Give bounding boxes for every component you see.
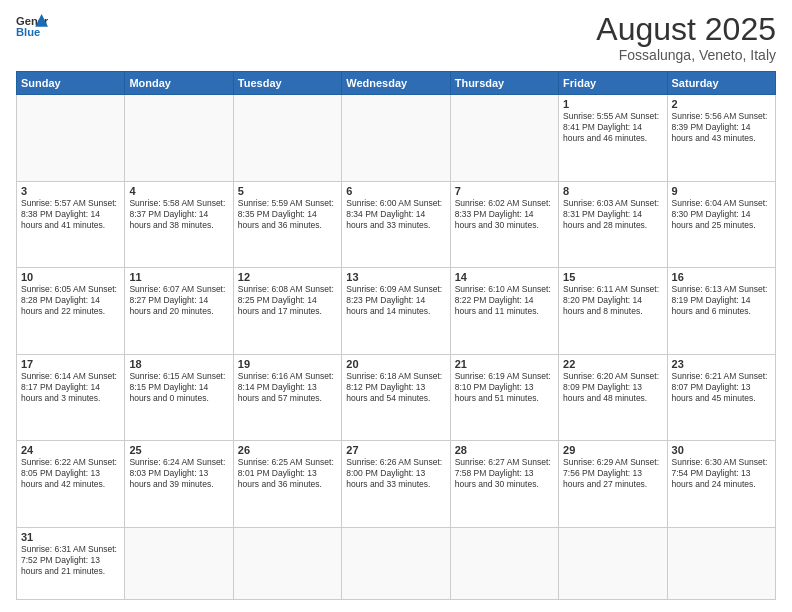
table-row: 25Sunrise: 6:24 AM Sunset: 8:03 PM Dayli…: [125, 441, 233, 528]
day-number: 5: [238, 185, 337, 197]
day-info: Sunrise: 5:57 AM Sunset: 8:38 PM Dayligh…: [21, 198, 120, 231]
location-title: Fossalunga, Veneto, Italy: [596, 47, 776, 63]
day-info: Sunrise: 6:04 AM Sunset: 8:30 PM Dayligh…: [672, 198, 771, 231]
day-number: 26: [238, 444, 337, 456]
table-row: 2Sunrise: 5:56 AM Sunset: 8:39 PM Daylig…: [667, 95, 775, 182]
header-sunday: Sunday: [17, 72, 125, 95]
header-tuesday: Tuesday: [233, 72, 341, 95]
day-info: Sunrise: 6:14 AM Sunset: 8:17 PM Dayligh…: [21, 371, 120, 404]
day-number: 12: [238, 271, 337, 283]
day-number: 1: [563, 98, 662, 110]
table-row: 16Sunrise: 6:13 AM Sunset: 8:19 PM Dayli…: [667, 268, 775, 355]
logo-icon: General Blue: [16, 12, 48, 40]
day-number: 22: [563, 358, 662, 370]
table-row: [559, 527, 667, 599]
calendar: Sunday Monday Tuesday Wednesday Thursday…: [16, 71, 776, 600]
table-row: 9Sunrise: 6:04 AM Sunset: 8:30 PM Daylig…: [667, 181, 775, 268]
header-wednesday: Wednesday: [342, 72, 450, 95]
day-info: Sunrise: 6:11 AM Sunset: 8:20 PM Dayligh…: [563, 284, 662, 317]
day-number: 27: [346, 444, 445, 456]
month-title: August 2025: [596, 12, 776, 47]
day-info: Sunrise: 6:02 AM Sunset: 8:33 PM Dayligh…: [455, 198, 554, 231]
table-row: 30Sunrise: 6:30 AM Sunset: 7:54 PM Dayli…: [667, 441, 775, 528]
title-block: August 2025 Fossalunga, Veneto, Italy: [596, 12, 776, 63]
day-number: 11: [129, 271, 228, 283]
day-info: Sunrise: 6:29 AM Sunset: 7:56 PM Dayligh…: [563, 457, 662, 490]
day-info: Sunrise: 6:22 AM Sunset: 8:05 PM Dayligh…: [21, 457, 120, 490]
day-info: Sunrise: 6:21 AM Sunset: 8:07 PM Dayligh…: [672, 371, 771, 404]
day-info: Sunrise: 5:59 AM Sunset: 8:35 PM Dayligh…: [238, 198, 337, 231]
day-info: Sunrise: 6:07 AM Sunset: 8:27 PM Dayligh…: [129, 284, 228, 317]
day-number: 7: [455, 185, 554, 197]
day-info: Sunrise: 6:00 AM Sunset: 8:34 PM Dayligh…: [346, 198, 445, 231]
table-row: 19Sunrise: 6:16 AM Sunset: 8:14 PM Dayli…: [233, 354, 341, 441]
table-row: 3Sunrise: 5:57 AM Sunset: 8:38 PM Daylig…: [17, 181, 125, 268]
day-info: Sunrise: 6:08 AM Sunset: 8:25 PM Dayligh…: [238, 284, 337, 317]
day-info: Sunrise: 6:26 AM Sunset: 8:00 PM Dayligh…: [346, 457, 445, 490]
day-number: 31: [21, 531, 120, 543]
day-info: Sunrise: 6:30 AM Sunset: 7:54 PM Dayligh…: [672, 457, 771, 490]
day-number: 28: [455, 444, 554, 456]
day-info: Sunrise: 6:05 AM Sunset: 8:28 PM Dayligh…: [21, 284, 120, 317]
day-number: 24: [21, 444, 120, 456]
table-row: 20Sunrise: 6:18 AM Sunset: 8:12 PM Dayli…: [342, 354, 450, 441]
day-info: Sunrise: 6:03 AM Sunset: 8:31 PM Dayligh…: [563, 198, 662, 231]
day-info: Sunrise: 6:18 AM Sunset: 8:12 PM Dayligh…: [346, 371, 445, 404]
table-row: 14Sunrise: 6:10 AM Sunset: 8:22 PM Dayli…: [450, 268, 558, 355]
day-number: 6: [346, 185, 445, 197]
day-info: Sunrise: 6:20 AM Sunset: 8:09 PM Dayligh…: [563, 371, 662, 404]
day-info: Sunrise: 5:56 AM Sunset: 8:39 PM Dayligh…: [672, 111, 771, 144]
table-row: 15Sunrise: 6:11 AM Sunset: 8:20 PM Dayli…: [559, 268, 667, 355]
table-row: [233, 527, 341, 599]
day-number: 17: [21, 358, 120, 370]
day-number: 2: [672, 98, 771, 110]
table-row: 28Sunrise: 6:27 AM Sunset: 7:58 PM Dayli…: [450, 441, 558, 528]
table-row: 4Sunrise: 5:58 AM Sunset: 8:37 PM Daylig…: [125, 181, 233, 268]
table-row: 17Sunrise: 6:14 AM Sunset: 8:17 PM Dayli…: [17, 354, 125, 441]
table-row: [17, 95, 125, 182]
day-number: 10: [21, 271, 120, 283]
day-number: 4: [129, 185, 228, 197]
day-info: Sunrise: 6:09 AM Sunset: 8:23 PM Dayligh…: [346, 284, 445, 317]
day-number: 19: [238, 358, 337, 370]
table-row: 24Sunrise: 6:22 AM Sunset: 8:05 PM Dayli…: [17, 441, 125, 528]
svg-text:Blue: Blue: [16, 26, 40, 38]
day-number: 29: [563, 444, 662, 456]
table-row: 7Sunrise: 6:02 AM Sunset: 8:33 PM Daylig…: [450, 181, 558, 268]
day-info: Sunrise: 6:25 AM Sunset: 8:01 PM Dayligh…: [238, 457, 337, 490]
table-row: [667, 527, 775, 599]
logo: General Blue: [16, 12, 48, 40]
page: General Blue August 2025 Fossalunga, Ven…: [0, 0, 792, 612]
table-row: 23Sunrise: 6:21 AM Sunset: 8:07 PM Dayli…: [667, 354, 775, 441]
table-row: 26Sunrise: 6:25 AM Sunset: 8:01 PM Dayli…: [233, 441, 341, 528]
table-row: 5Sunrise: 5:59 AM Sunset: 8:35 PM Daylig…: [233, 181, 341, 268]
day-number: 13: [346, 271, 445, 283]
table-row: 1Sunrise: 5:55 AM Sunset: 8:41 PM Daylig…: [559, 95, 667, 182]
header-friday: Friday: [559, 72, 667, 95]
table-row: 12Sunrise: 6:08 AM Sunset: 8:25 PM Dayli…: [233, 268, 341, 355]
table-row: [342, 95, 450, 182]
table-row: 29Sunrise: 6:29 AM Sunset: 7:56 PM Dayli…: [559, 441, 667, 528]
weekday-header-row: Sunday Monday Tuesday Wednesday Thursday…: [17, 72, 776, 95]
day-number: 15: [563, 271, 662, 283]
day-number: 30: [672, 444, 771, 456]
day-info: Sunrise: 6:31 AM Sunset: 7:52 PM Dayligh…: [21, 544, 120, 577]
day-info: Sunrise: 6:27 AM Sunset: 7:58 PM Dayligh…: [455, 457, 554, 490]
table-row: 6Sunrise: 6:00 AM Sunset: 8:34 PM Daylig…: [342, 181, 450, 268]
header-thursday: Thursday: [450, 72, 558, 95]
day-number: 16: [672, 271, 771, 283]
day-number: 3: [21, 185, 120, 197]
day-number: 20: [346, 358, 445, 370]
table-row: 27Sunrise: 6:26 AM Sunset: 8:00 PM Dayli…: [342, 441, 450, 528]
day-info: Sunrise: 5:58 AM Sunset: 8:37 PM Dayligh…: [129, 198, 228, 231]
header-monday: Monday: [125, 72, 233, 95]
day-number: 25: [129, 444, 228, 456]
day-info: Sunrise: 6:19 AM Sunset: 8:10 PM Dayligh…: [455, 371, 554, 404]
day-number: 9: [672, 185, 771, 197]
table-row: 11Sunrise: 6:07 AM Sunset: 8:27 PM Dayli…: [125, 268, 233, 355]
table-row: 21Sunrise: 6:19 AM Sunset: 8:10 PM Dayli…: [450, 354, 558, 441]
table-row: [342, 527, 450, 599]
table-row: 8Sunrise: 6:03 AM Sunset: 8:31 PM Daylig…: [559, 181, 667, 268]
table-row: 10Sunrise: 6:05 AM Sunset: 8:28 PM Dayli…: [17, 268, 125, 355]
day-number: 21: [455, 358, 554, 370]
